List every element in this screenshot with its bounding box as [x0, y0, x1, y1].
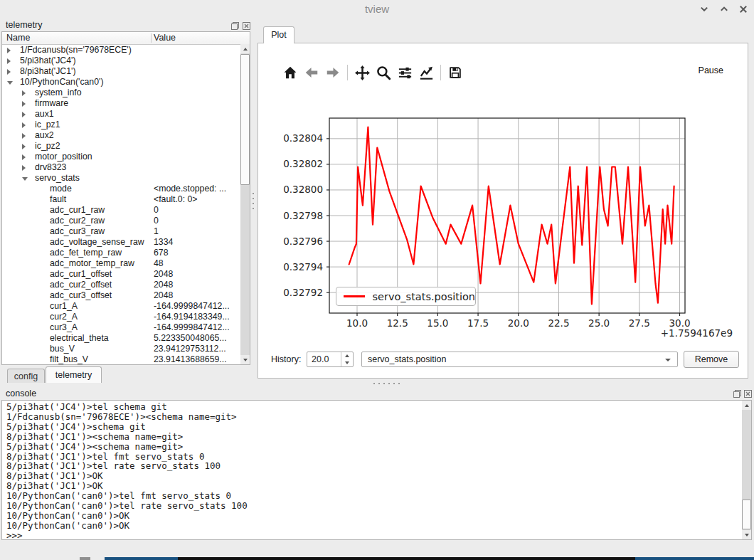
console-line: 5/pi3hat('JC4')><schema name=git>	[6, 442, 740, 452]
tree-row[interactable]: aux2	[2, 130, 240, 141]
series-combobox[interactable]: servo_stats.position	[361, 352, 678, 367]
legend-label: servo_stats.position	[372, 291, 475, 302]
edit-axes-button[interactable]	[415, 63, 437, 83]
tree-row[interactable]: adc_voltage_sense_raw1334	[2, 237, 240, 248]
tree-scrollbar[interactable]	[240, 44, 250, 364]
console-scrollbar[interactable]	[742, 401, 751, 539]
tree-row[interactable]: firmware	[2, 98, 240, 109]
tree-header-name[interactable]: Name	[6, 33, 30, 43]
tree-item-name: filt_bus_V	[50, 354, 88, 364]
pause-button[interactable]: Pause	[699, 65, 723, 75]
expander-collapsed-icon[interactable]	[22, 165, 26, 171]
tree-item-name: 5/pi3hat('JC4')	[20, 56, 76, 65]
console-line: 5/pi3hat('JC4')>schema git	[6, 422, 740, 432]
tree-row[interactable]: drv8323	[2, 162, 240, 173]
window-maximize-button[interactable]	[720, 5, 730, 14]
window-minimize-button[interactable]	[700, 5, 710, 14]
history-spinbox[interactable]: 20.0	[307, 352, 354, 367]
close-icon	[739, 5, 748, 14]
tree-row[interactable]: adc_cur1_raw0	[2, 205, 240, 216]
tree-row[interactable]: ic_pz1	[2, 120, 240, 130]
tree-row[interactable]: 1/Fdcanusb(sn='79678ECE')	[2, 45, 240, 56]
tree-row[interactable]: bus_V23.94129753112...	[2, 344, 240, 354]
expander-collapsed-icon[interactable]	[22, 154, 26, 160]
scroll-down-icon[interactable]	[742, 530, 751, 539]
expander-collapsed-icon[interactable]	[7, 48, 11, 53]
tree-row[interactable]: system_info	[2, 88, 240, 98]
scroll-up-icon[interactable]	[742, 401, 751, 410]
forward-button[interactable]	[322, 63, 344, 83]
forward-arrow-icon	[325, 65, 341, 80]
tab-plot[interactable]: Plot	[263, 26, 294, 43]
tab-telemetry[interactable]: telemetry	[46, 366, 102, 383]
history-value[interactable]: 20.0	[312, 354, 329, 364]
configure-subplots-button[interactable]	[394, 63, 415, 83]
expander-collapsed-icon[interactable]	[22, 90, 26, 96]
tree-item-value: 2048	[154, 280, 173, 290]
back-button[interactable]	[301, 63, 322, 83]
tree-row[interactable]: adc_cur2_raw0	[2, 216, 240, 226]
history-label: History:	[271, 354, 301, 364]
expander-expanded-icon[interactable]	[7, 81, 13, 85]
expander-collapsed-icon[interactable]	[22, 144, 26, 149]
console-output[interactable]: 5/pi3hat('JC4')>tel schema git1/Fdcanusb…	[1, 400, 752, 540]
tree-row[interactable]: filt_bus_V23.91413688659...	[2, 354, 240, 364]
tree-row[interactable]: 10/PythonCan('can0')	[2, 77, 240, 88]
pan-button[interactable]	[351, 63, 373, 83]
console-dock-float-button[interactable]	[733, 389, 742, 398]
svg-text:22.5: 22.5	[548, 317, 569, 329]
scroll-down-icon[interactable]	[240, 355, 250, 364]
scrollbar-thumb[interactable]	[240, 54, 250, 185]
tree-item-name: aux2	[35, 130, 54, 140]
tree-row[interactable]: adc_cur2_offset2048	[2, 280, 240, 290]
vertical-splitter-handle[interactable]	[253, 193, 255, 213]
close-icon	[242, 21, 251, 31]
tab-config[interactable]: config	[7, 369, 45, 383]
expander-collapsed-icon[interactable]	[7, 58, 11, 64]
spin-down-icon[interactable]	[341, 359, 353, 366]
zoom-button[interactable]	[373, 63, 394, 83]
expander-collapsed-icon[interactable]	[22, 101, 26, 107]
expander-collapsed-icon[interactable]	[22, 133, 26, 139]
tree-row[interactable]: 8/pi3hat('JC1')	[2, 66, 240, 77]
tree-header-value[interactable]: Value	[154, 33, 176, 43]
home-button[interactable]	[280, 63, 301, 83]
tree-row[interactable]: aux1	[2, 109, 240, 120]
tree-row[interactable]: cur2_A-164.9194183349...	[2, 312, 240, 322]
plot-canvas[interactable]: 10.012.515.017.520.022.525.027.530.00.32…	[275, 88, 733, 342]
expander-collapsed-icon[interactable]	[22, 122, 26, 128]
expander-expanded-icon[interactable]	[22, 177, 28, 181]
telemetry-dock-close-button[interactable]	[242, 21, 251, 30]
console-dock-close-button[interactable]	[743, 389, 753, 398]
tree-item-name: system_info	[35, 88, 82, 97]
spin-up-icon[interactable]	[341, 352, 353, 359]
tree-row[interactable]: cur3_A-164.9999847412...	[2, 322, 240, 333]
svg-text:0.32800: 0.32800	[283, 184, 323, 195]
tree-row[interactable]: adc_fet_temp_raw678	[2, 248, 240, 258]
scrollbar-thumb[interactable]	[742, 500, 751, 529]
expander-collapsed-icon[interactable]	[22, 112, 26, 117]
tree-row[interactable]: motor_position	[2, 152, 240, 162]
window-close-button[interactable]	[739, 5, 749, 14]
tree-row[interactable]: electrical_theta5.223350048065...	[2, 333, 240, 344]
tree-row[interactable]: adc_cur1_offset2048	[2, 269, 240, 280]
remove-button[interactable]: Remove	[684, 351, 739, 368]
tree-row[interactable]: cur1_A-164.9999847412...	[2, 301, 240, 312]
column-divider[interactable]	[151, 33, 152, 43]
expander-collapsed-icon[interactable]	[7, 69, 11, 75]
tree-row[interactable]: fault<fault.0: 0>	[2, 194, 240, 205]
tree-row[interactable]: ic_pz2	[2, 141, 240, 152]
tree-item-name: ic_pz1	[35, 120, 60, 130]
tree-row[interactable]: adc_motor_temp_raw48	[2, 258, 240, 269]
tree-item-name: cur2_A	[50, 312, 78, 322]
svg-text:15.0: 15.0	[427, 317, 448, 329]
tree-row[interactable]: 5/pi3hat('JC4')	[2, 56, 240, 66]
tree-row[interactable]: servo_stats	[2, 173, 240, 184]
telemetry-dock-float-button[interactable]	[230, 21, 240, 30]
tree-row[interactable]: adc_cur3_raw1	[2, 226, 240, 237]
tree-row[interactable]: adc_cur3_offset2048	[2, 290, 240, 301]
save-button[interactable]	[445, 63, 466, 83]
tree-row[interactable]: mode<mode.stopped: ...	[2, 184, 240, 194]
scroll-up-icon[interactable]	[240, 44, 250, 53]
horizontal-splitter-handle[interactable]	[373, 383, 403, 385]
